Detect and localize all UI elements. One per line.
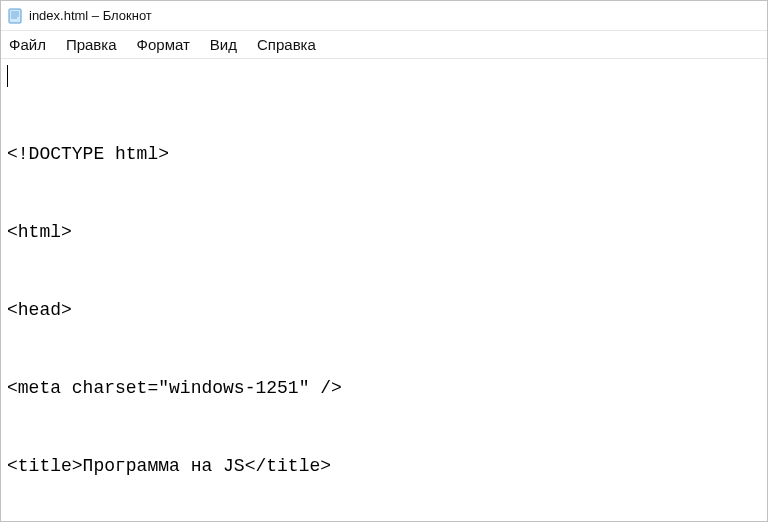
window-title: index.html – Блокнот: [29, 8, 152, 23]
menubar: Файл Правка Формат Вид Справка: [1, 31, 767, 59]
text-cursor: [7, 65, 8, 87]
code-line: <meta charset="windows-1251" />: [7, 375, 761, 401]
titlebar: index.html – Блокнот: [1, 1, 767, 31]
text-editor[interactable]: <!DOCTYPE html> <html> <head> <meta char…: [1, 59, 767, 522]
code-line: <title>Программа на JS</title>: [7, 453, 761, 479]
notepad-icon: [7, 8, 23, 24]
menu-format[interactable]: Формат: [137, 36, 190, 53]
code-line: <html>: [7, 219, 761, 245]
menu-help[interactable]: Справка: [257, 36, 316, 53]
menu-view[interactable]: Вид: [210, 36, 237, 53]
code-line: <!DOCTYPE html>: [7, 141, 761, 167]
code-line: <head>: [7, 297, 761, 323]
menu-file[interactable]: Файл: [9, 36, 46, 53]
menu-edit[interactable]: Правка: [66, 36, 117, 53]
